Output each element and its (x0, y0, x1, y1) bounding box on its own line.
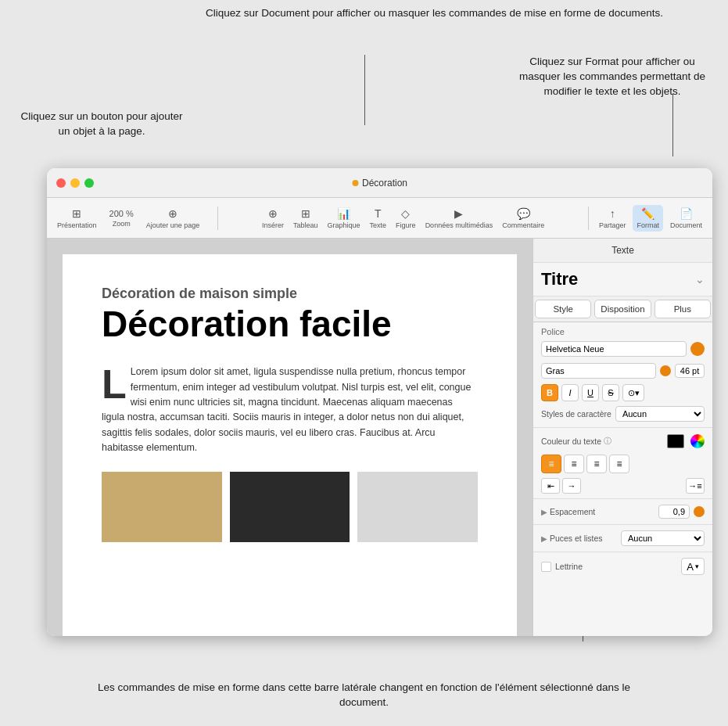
sidebar-style-title: Titre (541, 269, 578, 289)
doc-dot (352, 180, 358, 186)
zoom-icon: 200 % (109, 209, 134, 218)
traffic-light-yellow[interactable] (70, 178, 80, 188)
sidebar: Texte Titre ⌄ Style Disposition Plus Pol… (533, 239, 712, 636)
char-styles-label: Styles de caractère (541, 409, 611, 419)
annotation-line-top-center (364, 55, 365, 125)
lettrine-options-button[interactable]: A ▾ (681, 558, 705, 575)
text-icon: T (375, 207, 382, 220)
toolbar-separator-2 (588, 207, 589, 230)
image-wood (102, 472, 222, 542)
table-icon: ⊞ (301, 207, 310, 220)
bullets-row: ▶ Puces et listes Aucun (533, 528, 712, 548)
color-wheel-icon[interactable] (690, 434, 705, 448)
toolbar-share[interactable]: ↑ Partager (595, 205, 630, 232)
bullets-select[interactable]: Aucun (621, 530, 705, 546)
add-page-icon: ⊕ (168, 207, 178, 220)
toolbar-format[interactable]: ✏️ Format (633, 205, 663, 232)
char-styles-select[interactable]: Aucun (615, 406, 705, 422)
callout-top-center: Cliquez sur Document pour afficher ou ma… (156, 6, 712, 21)
spacing-label: ▶ Espacement (541, 507, 654, 516)
page-subtitle: Décoration de maison simple (102, 286, 478, 302)
alignment-row: ≡ ≡ ≡ ≡ (533, 451, 712, 476)
share-icon: ↑ (610, 207, 615, 220)
image-row (102, 472, 478, 542)
traffic-lights (47, 178, 94, 188)
toolbar-zoom[interactable]: 200 % Zoom (106, 207, 138, 230)
page-main-title: Décoration facile (102, 305, 478, 343)
format-buttons-row: B I U S ⊙▾ (533, 382, 712, 404)
align-center-button[interactable]: ≡ (564, 455, 584, 473)
font-name-refresh-icon[interactable] (690, 342, 705, 356)
text-options-button[interactable]: ⊙▾ (622, 384, 644, 401)
divider-2 (533, 498, 712, 499)
align-justify-button[interactable]: ≡ (609, 455, 629, 473)
toolbar-text[interactable]: T Texte (366, 205, 391, 232)
divider-4 (533, 552, 712, 552)
font-name-row: Helvetica Neue (533, 338, 712, 360)
strikethrough-button[interactable]: S (602, 384, 619, 401)
toolbar-table[interactable]: ⊞ Tableau (289, 205, 322, 232)
font-style-row: Gras 46 pt (533, 360, 712, 382)
sidebar-header: Texte (533, 239, 712, 263)
chart-icon: 📊 (337, 207, 350, 220)
title-bar: Décoration (47, 168, 712, 198)
traffic-light-red[interactable] (56, 178, 66, 188)
page-body: LLorem ipsum dolor sit amet, ligula susp… (102, 365, 478, 455)
font-size-field[interactable]: 46 pt (675, 364, 705, 378)
indent-row: ⇤ → →≡ (533, 476, 712, 495)
toolbar: ⊞ Présentation 200 % Zoom ⊕ Ajouter une … (47, 198, 712, 239)
tab-disposition[interactable]: Disposition (594, 300, 651, 318)
font-style-refresh-icon[interactable] (660, 365, 671, 376)
callout-top-right: Cliquez sur Format pour afficher ou masq… (511, 55, 714, 99)
window-title: Décoration (352, 178, 407, 189)
font-style-select[interactable]: Gras (541, 363, 656, 379)
bullets-label: ▶ Puces et listes (541, 534, 617, 543)
media-icon: ▶ (454, 207, 463, 220)
annotation-line-top-right (672, 94, 673, 156)
toolbar-left: ⊞ Présentation 200 % Zoom ⊕ Ajouter une … (53, 205, 203, 232)
drop-cap: L (102, 368, 128, 401)
toolbar-media[interactable]: ▶ Données multimédias (421, 205, 497, 232)
traffic-light-green[interactable] (84, 178, 94, 188)
comment-icon: 💬 (517, 207, 530, 220)
info-icon: ⓘ (604, 436, 611, 447)
toolbar-separator-1 (217, 207, 218, 230)
color-swatch[interactable] (667, 434, 684, 448)
document-icon: 📄 (680, 207, 693, 220)
indent-decrease-button[interactable]: ⇤ (541, 478, 560, 494)
align-left-button[interactable]: ≡ (541, 455, 561, 473)
underline-button[interactable]: U (582, 384, 599, 401)
image-dark (230, 472, 350, 542)
toolbar-presentation[interactable]: ⊞ Présentation (53, 205, 101, 232)
main-content: Décoration de maison simple Décoration f… (47, 239, 712, 636)
font-name-select[interactable]: Helvetica Neue (541, 341, 687, 357)
mac-window: Décoration ⊞ Présentation 200 % Zoom ⊕ A… (47, 168, 712, 636)
shape-icon: ◇ (401, 207, 410, 220)
divider-1 (533, 427, 712, 428)
chevron-down-icon[interactable]: ⌄ (695, 273, 705, 286)
format-icon: ✏️ (641, 207, 654, 220)
spacing-refresh-icon[interactable] (694, 506, 705, 517)
spacing-input[interactable] (658, 505, 690, 519)
image-light (357, 472, 478, 542)
tab-style[interactable]: Style (535, 300, 591, 318)
toolbar-add-page[interactable]: ⊕ Ajouter une page (142, 205, 204, 232)
document-area[interactable]: Décoration de maison simple Décoration f… (47, 239, 533, 636)
toolbar-chart[interactable]: 📊 Graphique (324, 205, 364, 232)
toolbar-insert[interactable]: ⊕ Insérer (258, 205, 288, 232)
tab-plus[interactable]: Plus (654, 300, 711, 318)
sidebar-tabs: Style Disposition Plus (533, 297, 712, 322)
list-indent-button[interactable]: →≡ (686, 478, 705, 494)
toolbar-document[interactable]: 📄 Document (666, 205, 706, 232)
char-styles-row: Styles de caractère Aucun (533, 404, 712, 424)
toolbar-comment[interactable]: 💬 Commentaire (498, 205, 548, 232)
bold-button[interactable]: B (541, 384, 558, 401)
align-right-button[interactable]: ≡ (586, 455, 607, 473)
indent-increase-button[interactable]: → (562, 478, 581, 494)
lettrine-label: Lettrine (555, 562, 677, 571)
lettrine-checkbox[interactable] (541, 562, 551, 572)
italic-button[interactable]: I (561, 384, 579, 401)
toolbar-shape[interactable]: ◇ Figure (392, 205, 420, 232)
lettrine-row: Lettrine A ▾ (533, 555, 712, 577)
font-section-label: Police (533, 322, 712, 338)
